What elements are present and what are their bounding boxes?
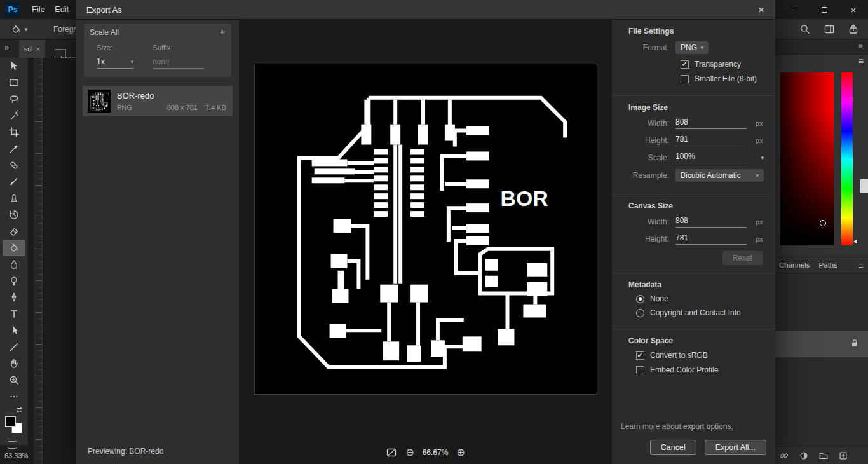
- panel-edge-tab[interactable]: [860, 179, 868, 193]
- workspace-layout-icon[interactable]: [824, 24, 835, 35]
- document-tab-sd[interactable]: sd×: [19, 40, 45, 58]
- image-width-unit: px: [756, 119, 763, 127]
- export-preview-canvas[interactable]: [254, 64, 597, 395]
- hue-slider-handle[interactable]: [853, 239, 857, 244]
- photoshop-logo-icon: Ps: [5, 2, 20, 17]
- color-panel-menu-icon[interactable]: ≡: [858, 56, 864, 66]
- paint-bucket-tool[interactable]: [3, 240, 25, 256]
- maximize-button[interactable]: [810, 0, 839, 19]
- lasso-tool[interactable]: [0, 91, 28, 107]
- close-icon: ×: [851, 4, 857, 15]
- eraser-tool[interactable]: [0, 223, 28, 240]
- path-selection-tool[interactable]: [0, 322, 28, 339]
- smaller-file-label: Smaller File (8-bit): [695, 74, 757, 83]
- resample-dropdown[interactable]: Bicubic Automatic ▾: [675, 169, 764, 182]
- new-layer-icon[interactable]: [838, 451, 848, 461]
- export-options-link[interactable]: export options.: [683, 422, 733, 431]
- options-bar-right-icons: [799, 24, 859, 35]
- quick-selection-tool-icon: [8, 110, 20, 121]
- adjustment-layer-icon[interactable]: [799, 451, 809, 461]
- convert-srgb-checkbox[interactable]: Convert to sRGB: [636, 351, 764, 360]
- zoom-in-button[interactable]: ⊕: [456, 447, 465, 458]
- link-layers-icon[interactable]: [779, 451, 789, 461]
- image-height-label: Height:: [621, 136, 669, 145]
- format-dropdown[interactable]: PNG ▾: [675, 41, 709, 54]
- zoom-out-button[interactable]: ⊖: [405, 447, 414, 458]
- clone-stamp-tool[interactable]: [0, 190, 28, 207]
- checkbox-indicator: [636, 351, 644, 360]
- crop-tool[interactable]: [0, 124, 28, 140]
- line-tool-icon: [8, 341, 20, 353]
- foreground-option-label: Foregrou: [53, 25, 76, 34]
- cancel-button[interactable]: Cancel: [650, 440, 696, 455]
- smaller-file-checkbox[interactable]: Smaller File (8-bit): [681, 74, 764, 83]
- image-width-input[interactable]: 808: [675, 118, 747, 129]
- dodge-tool[interactable]: [0, 273, 28, 289]
- metadata-radio-copyright[interactable]: Copyright and Contact Info: [636, 308, 764, 317]
- ellipsis-icon: [8, 391, 20, 402]
- menu-edit[interactable]: Edit: [51, 0, 72, 19]
- history-brush-tool[interactable]: [0, 207, 28, 223]
- dialog-close-button[interactable]: ×: [754, 3, 769, 18]
- eyedropper-tool[interactable]: [0, 140, 28, 157]
- quick-selection-tool[interactable]: [0, 107, 28, 124]
- blur-tool[interactable]: [0, 256, 28, 273]
- reset-button[interactable]: Reset: [722, 251, 763, 265]
- minimize-button[interactable]: [780, 0, 810, 19]
- zoom-tool[interactable]: [0, 372, 28, 388]
- canvas-height-label: Height:: [621, 235, 669, 243]
- move-tool-icon: [8, 60, 20, 72]
- dialog-body: Scale All + Size: Suffix: 1x ▾ none BO: [76, 20, 775, 464]
- hue-slider[interactable]: [841, 72, 853, 245]
- tab-close-icon[interactable]: ×: [36, 45, 40, 53]
- type-tool[interactable]: [0, 306, 28, 322]
- add-scale-button[interactable]: +: [219, 26, 225, 37]
- move-tool[interactable]: [0, 58, 28, 74]
- canvas-width-input[interactable]: 808: [675, 216, 747, 228]
- menu-file[interactable]: File: [28, 0, 49, 19]
- history-brush-tool-icon: [8, 209, 20, 221]
- transparency-checkbox[interactable]: Transparency: [681, 60, 764, 69]
- tab-channels[interactable]: Channels: [779, 261, 810, 269]
- line-tool[interactable]: [0, 339, 28, 355]
- hand-tool[interactable]: [0, 355, 28, 372]
- screen-mode-icon[interactable]: [8, 441, 17, 449]
- suffix-input[interactable]: none: [153, 57, 205, 69]
- tool-preset-dropdown[interactable]: ▾: [8, 23, 31, 36]
- export-file-item[interactable]: BOR-redo PNG 808 x 781 7.4 KB: [83, 86, 233, 116]
- more-tools-button[interactable]: [0, 388, 28, 405]
- swap-colors-button[interactable]: [0, 405, 28, 414]
- metadata-radio-none[interactable]: None: [636, 294, 764, 303]
- export-list-column: Scale All + Size: Suffix: 1x ▾ none BO: [76, 20, 240, 464]
- panel-menu-icon[interactable]: ≡: [858, 261, 864, 271]
- foreground-color-swatch[interactable]: [5, 416, 16, 427]
- embed-profile-checkbox[interactable]: Embed Color Profile: [636, 365, 764, 374]
- color-saturation-square[interactable]: [780, 72, 834, 245]
- tab-paths[interactable]: Paths: [819, 261, 837, 269]
- checkbox-indicator: [636, 366, 644, 374]
- file-name: BOR-redo: [117, 91, 226, 100]
- canvas-height-input[interactable]: 781: [675, 233, 747, 245]
- chevron-down-icon[interactable]: ▾: [761, 154, 764, 161]
- background-layer-row[interactable]: [775, 331, 868, 357]
- close-window-button[interactable]: ×: [839, 0, 868, 19]
- layer-group-icon[interactable]: [818, 451, 829, 461]
- fit-to-view-icon[interactable]: [386, 447, 397, 458]
- spot-healing-tool[interactable]: [0, 157, 28, 174]
- rectangular-marquee-tool[interactable]: [0, 74, 28, 91]
- image-height-input[interactable]: 781: [675, 135, 747, 146]
- pen-tool[interactable]: [0, 289, 28, 306]
- scale-input[interactable]: 100%: [675, 152, 747, 163]
- export-all-button[interactable]: Export All...: [705, 440, 766, 455]
- share-icon[interactable]: [848, 24, 859, 35]
- chevron-down-icon: ▾: [700, 44, 703, 51]
- tab-overflow-chevrons[interactable]: »: [4, 43, 9, 52]
- collapse-panels-chevrons[interactable]: »: [858, 41, 863, 50]
- size-dropdown[interactable]: 1x ▾: [97, 57, 133, 69]
- status-bar-zoom[interactable]: 63.33%: [4, 452, 28, 460]
- preview-zoom-value[interactable]: 66.67%: [423, 448, 449, 457]
- search-icon[interactable]: [799, 24, 811, 35]
- brush-tool[interactable]: [0, 174, 28, 190]
- preview-zoom-bar: ⊖ 66.67% ⊕: [240, 447, 611, 458]
- color-picker-cursor[interactable]: [820, 220, 826, 226]
